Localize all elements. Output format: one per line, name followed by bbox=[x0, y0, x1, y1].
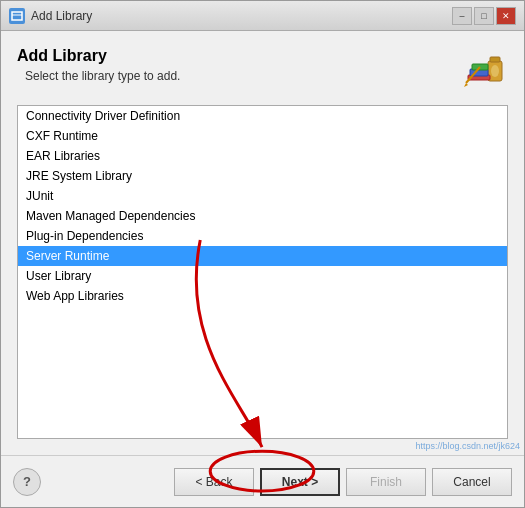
help-button[interactable]: ? bbox=[13, 468, 41, 496]
dialog-content: Add Library Select the library type to a… bbox=[1, 31, 524, 455]
title-bar-left: Add Library bbox=[9, 8, 92, 24]
window-icon bbox=[9, 8, 25, 24]
navigation-buttons: < Back Next > Finish Cancel bbox=[174, 468, 512, 496]
next-button[interactable]: Next > bbox=[260, 468, 340, 496]
list-item[interactable]: EAR Libraries bbox=[18, 146, 507, 166]
maximize-button[interactable]: □ bbox=[474, 7, 494, 25]
close-button[interactable]: ✕ bbox=[496, 7, 516, 25]
list-item[interactable]: JRE System Library bbox=[18, 166, 507, 186]
header-text: Add Library Select the library type to a… bbox=[17, 47, 180, 83]
header-section: Add Library Select the library type to a… bbox=[17, 47, 508, 95]
cancel-button[interactable]: Cancel bbox=[432, 468, 512, 496]
window-controls: – □ ✕ bbox=[452, 7, 516, 25]
list-item[interactable]: Plug-in Dependencies bbox=[18, 226, 507, 246]
dialog-subtitle: Select the library type to add. bbox=[25, 69, 180, 83]
minimize-button[interactable]: – bbox=[452, 7, 472, 25]
back-button[interactable]: < Back bbox=[174, 468, 254, 496]
library-type-list[interactable]: Connectivity Driver DefinitionCXF Runtim… bbox=[17, 105, 508, 439]
dialog-title: Add Library bbox=[17, 47, 180, 65]
svg-rect-3 bbox=[490, 57, 500, 62]
button-bar: ? < Back Next > Finish Cancel bbox=[1, 455, 524, 507]
svg-marker-9 bbox=[464, 83, 468, 87]
svg-point-4 bbox=[491, 65, 499, 77]
svg-rect-0 bbox=[12, 12, 22, 20]
library-icon bbox=[460, 47, 508, 95]
list-item[interactable]: JUnit bbox=[18, 186, 507, 206]
list-item[interactable]: Server Runtime bbox=[18, 246, 507, 266]
finish-button[interactable]: Finish bbox=[346, 468, 426, 496]
list-item[interactable]: User Library bbox=[18, 266, 507, 286]
list-item[interactable]: Web App Libraries bbox=[18, 286, 507, 306]
add-library-window: Add Library – □ ✕ Add Library Select the… bbox=[0, 0, 525, 508]
watermark: https://blog.csdn.net/jk624 bbox=[415, 441, 520, 451]
list-item[interactable]: CXF Runtime bbox=[18, 126, 507, 146]
list-item[interactable]: Maven Managed Dependencies bbox=[18, 206, 507, 226]
list-item[interactable]: Connectivity Driver Definition bbox=[18, 106, 507, 126]
window-title: Add Library bbox=[31, 9, 92, 23]
title-bar: Add Library – □ ✕ bbox=[1, 1, 524, 31]
